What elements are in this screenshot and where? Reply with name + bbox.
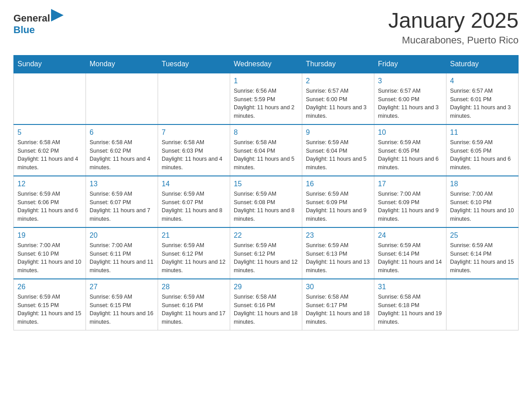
week-row-5: 26Sunrise: 6:59 AM Sunset: 6:15 PM Dayli… [14, 279, 519, 330]
calendar-cell: 4Sunrise: 6:57 AM Sunset: 6:01 PM Daylig… [446, 73, 519, 124]
day-info: Sunrise: 6:59 AM Sunset: 6:15 PM Dayligh… [17, 293, 82, 326]
calendar-cell: 19Sunrise: 7:00 AM Sunset: 6:10 PM Dayli… [14, 227, 86, 279]
calendar-cell: 21Sunrise: 6:59 AM Sunset: 6:12 PM Dayli… [158, 227, 230, 279]
day-number: 15 [234, 180, 298, 188]
day-info: Sunrise: 6:59 AM Sunset: 6:08 PM Dayligh… [234, 190, 298, 223]
day-number: 27 [90, 283, 154, 291]
day-info: Sunrise: 6:59 AM Sunset: 6:12 PM Dayligh… [234, 241, 298, 275]
day-number: 31 [378, 283, 442, 291]
logo-icon [51, 9, 64, 21]
day-info: Sunrise: 6:57 AM Sunset: 6:00 PM Dayligh… [306, 87, 370, 120]
day-info: Sunrise: 6:58 AM Sunset: 6:02 PM Dayligh… [90, 138, 154, 172]
day-info: Sunrise: 6:58 AM Sunset: 6:16 PM Dayligh… [234, 293, 298, 326]
day-info: Sunrise: 6:59 AM Sunset: 6:07 PM Dayligh… [162, 190, 226, 223]
day-info: Sunrise: 6:58 AM Sunset: 6:17 PM Dayligh… [306, 293, 370, 326]
logo-wordmark: General Blue [13, 9, 64, 36]
day-number: 19 [17, 231, 82, 240]
day-info: Sunrise: 6:59 AM Sunset: 6:16 PM Dayligh… [162, 293, 226, 326]
day-number: 7 [162, 128, 226, 137]
day-info: Sunrise: 6:59 AM Sunset: 6:14 PM Dayligh… [450, 241, 515, 275]
calendar-cell: 29Sunrise: 6:58 AM Sunset: 6:16 PM Dayli… [230, 279, 302, 330]
header-wednesday: Wednesday [230, 55, 302, 73]
day-number: 1 [234, 77, 298, 85]
day-number: 21 [162, 231, 226, 240]
day-number: 30 [306, 283, 370, 291]
svg-marker-0 [51, 9, 64, 21]
day-number: 25 [450, 231, 515, 240]
header-tuesday: Tuesday [158, 55, 230, 73]
calendar-cell: 10Sunrise: 6:59 AM Sunset: 6:05 PM Dayli… [374, 124, 446, 176]
day-number: 28 [162, 283, 226, 291]
day-info: Sunrise: 6:59 AM Sunset: 6:04 PM Dayligh… [306, 138, 370, 172]
week-row-4: 19Sunrise: 7:00 AM Sunset: 6:10 PM Dayli… [14, 227, 519, 279]
calendar-cell: 28Sunrise: 6:59 AM Sunset: 6:16 PM Dayli… [158, 279, 230, 330]
day-number: 8 [234, 128, 298, 137]
day-number: 18 [450, 180, 515, 188]
calendar-cell: 20Sunrise: 7:00 AM Sunset: 6:11 PM Dayli… [86, 227, 158, 279]
calendar-cell: 27Sunrise: 6:59 AM Sunset: 6:15 PM Dayli… [86, 279, 158, 330]
location-title: Mucarabones, Puerto Rico [388, 34, 519, 46]
logo-general: General [13, 13, 50, 24]
day-info: Sunrise: 6:57 AM Sunset: 6:00 PM Dayligh… [378, 87, 442, 120]
day-info: Sunrise: 7:00 AM Sunset: 6:09 PM Dayligh… [378, 190, 442, 223]
header-saturday: Saturday [446, 55, 519, 73]
calendar-cell: 18Sunrise: 7:00 AM Sunset: 6:10 PM Dayli… [446, 176, 519, 227]
day-number: 2 [306, 77, 370, 85]
calendar-cell: 16Sunrise: 6:59 AM Sunset: 6:09 PM Dayli… [302, 176, 374, 227]
day-number: 24 [378, 231, 442, 240]
calendar-cell [158, 73, 230, 124]
calendar-cell: 3Sunrise: 6:57 AM Sunset: 6:00 PM Daylig… [374, 73, 446, 124]
week-row-3: 12Sunrise: 6:59 AM Sunset: 6:06 PM Dayli… [14, 176, 519, 227]
calendar-cell: 17Sunrise: 7:00 AM Sunset: 6:09 PM Dayli… [374, 176, 446, 227]
day-number: 22 [234, 231, 298, 240]
calendar-cell: 31Sunrise: 6:58 AM Sunset: 6:18 PM Dayli… [374, 279, 446, 330]
day-info: Sunrise: 6:56 AM Sunset: 5:59 PM Dayligh… [234, 87, 298, 120]
calendar-cell: 8Sunrise: 6:58 AM Sunset: 6:04 PM Daylig… [230, 124, 302, 176]
calendar-cell: 15Sunrise: 6:59 AM Sunset: 6:08 PM Dayli… [230, 176, 302, 227]
day-number: 5 [17, 128, 82, 137]
calendar-cell: 12Sunrise: 6:59 AM Sunset: 6:06 PM Dayli… [14, 176, 86, 227]
calendar-cell: 30Sunrise: 6:58 AM Sunset: 6:17 PM Dayli… [302, 279, 374, 330]
page-header: General Blue January 2025 Mucarabones, P… [13, 9, 519, 46]
logo-blue: Blue [13, 24, 35, 35]
day-number: 6 [90, 128, 154, 137]
day-info: Sunrise: 6:59 AM Sunset: 6:14 PM Dayligh… [378, 241, 442, 275]
calendar-cell: 26Sunrise: 6:59 AM Sunset: 6:15 PM Dayli… [14, 279, 86, 330]
calendar-cell: 14Sunrise: 6:59 AM Sunset: 6:07 PM Dayli… [158, 176, 230, 227]
calendar-cell: 24Sunrise: 6:59 AM Sunset: 6:14 PM Dayli… [374, 227, 446, 279]
logo: General Blue [13, 9, 64, 36]
day-number: 16 [306, 180, 370, 188]
day-info: Sunrise: 6:59 AM Sunset: 6:07 PM Dayligh… [90, 190, 154, 223]
day-info: Sunrise: 7:00 AM Sunset: 6:11 PM Dayligh… [90, 241, 154, 275]
day-number: 11 [450, 128, 515, 137]
day-number: 12 [17, 180, 82, 188]
day-info: Sunrise: 6:58 AM Sunset: 6:18 PM Dayligh… [378, 293, 442, 326]
calendar-table: SundayMondayTuesdayWednesdayThursdayFrid… [13, 55, 519, 330]
calendar-cell: 1Sunrise: 6:56 AM Sunset: 5:59 PM Daylig… [230, 73, 302, 124]
day-number: 26 [17, 283, 82, 291]
day-info: Sunrise: 7:00 AM Sunset: 6:10 PM Dayligh… [17, 241, 82, 275]
day-info: Sunrise: 6:59 AM Sunset: 6:13 PM Dayligh… [306, 241, 370, 275]
day-info: Sunrise: 6:59 AM Sunset: 6:15 PM Dayligh… [90, 293, 154, 326]
week-row-1: 1Sunrise: 6:56 AM Sunset: 5:59 PM Daylig… [14, 73, 519, 124]
calendar-cell: 9Sunrise: 6:59 AM Sunset: 6:04 PM Daylig… [302, 124, 374, 176]
calendar-cell [14, 73, 86, 124]
day-info: Sunrise: 6:58 AM Sunset: 6:03 PM Dayligh… [162, 138, 226, 172]
calendar-cell [446, 279, 519, 330]
calendar-cell: 6Sunrise: 6:58 AM Sunset: 6:02 PM Daylig… [86, 124, 158, 176]
day-number: 23 [306, 231, 370, 240]
day-info: Sunrise: 6:59 AM Sunset: 6:06 PM Dayligh… [17, 190, 82, 223]
header-thursday: Thursday [302, 55, 374, 73]
day-info: Sunrise: 6:59 AM Sunset: 6:09 PM Dayligh… [306, 190, 370, 223]
header-sunday: Sunday [14, 55, 86, 73]
calendar-header-row: SundayMondayTuesdayWednesdayThursdayFrid… [14, 55, 519, 73]
calendar-cell: 25Sunrise: 6:59 AM Sunset: 6:14 PM Dayli… [446, 227, 519, 279]
day-number: 3 [378, 77, 442, 85]
title-section: January 2025 Mucarabones, Puerto Rico [388, 9, 519, 46]
week-row-2: 5Sunrise: 6:58 AM Sunset: 6:02 PM Daylig… [14, 124, 519, 176]
day-number: 10 [378, 128, 442, 137]
calendar-cell: 13Sunrise: 6:59 AM Sunset: 6:07 PM Dayli… [86, 176, 158, 227]
day-number: 29 [234, 283, 298, 291]
calendar-cell: 23Sunrise: 6:59 AM Sunset: 6:13 PM Dayli… [302, 227, 374, 279]
day-info: Sunrise: 6:58 AM Sunset: 6:04 PM Dayligh… [234, 138, 298, 172]
